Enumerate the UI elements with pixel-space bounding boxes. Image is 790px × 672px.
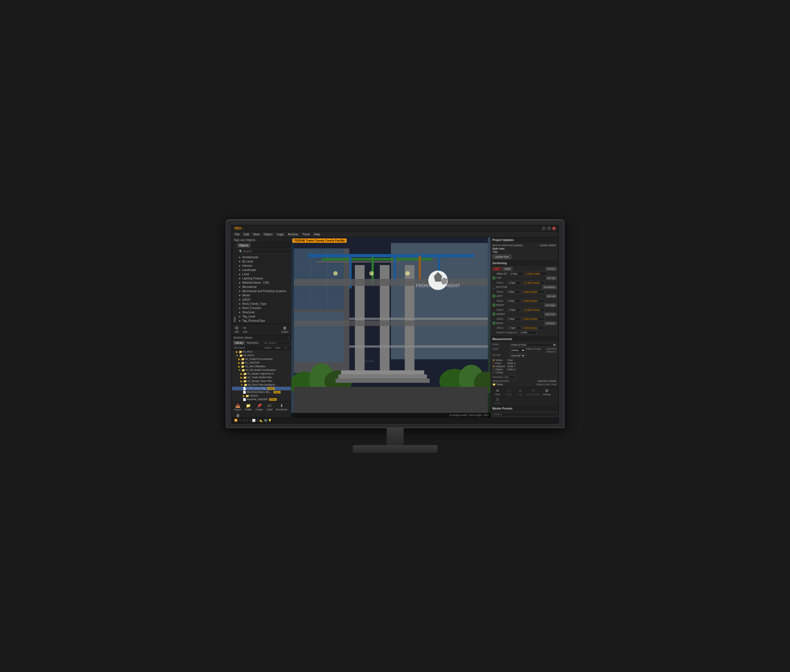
archive-tab-selection[interactable]: Selection [245,341,260,345]
update-status-button[interactable]: ↻Update Status [526,388,541,396]
close-button[interactable]: ✕ [552,226,556,230]
sect-back-checkbox[interactable]: ✓ [493,322,495,325]
units-select[interactable]: Inches [510,347,526,353]
left-offset-feet[interactable] [507,299,521,303]
front-offset-feet[interactable] [507,317,521,321]
tree-item-revit-function[interactable]: ▶Revit_Function [237,306,291,310]
menu-object[interactable]: Object [262,232,274,236]
file-row-archive-folder[interactable]: ▶ 📁 Archive [232,394,291,398]
lasso-icon[interactable]: ◎ [256,419,259,422]
tree-item-interiors[interactable]: ▶Interiors [237,264,291,268]
menu-file[interactable]: File [233,232,241,236]
viewport-3d[interactable]: FRONT RIGHT 4-structures [291,237,491,418]
tree-item-architectural[interactable]: ▶Architectural [237,255,291,259]
tab-objects[interactable]: Objects [237,243,251,248]
radio-object[interactable]: Object [493,368,505,371]
tree-item-revit-family[interactable]: ▶Revit_Family_Type [237,302,291,306]
file-row-vdcoxp[interactable]: ▶ 📁 01_VDCOxP [232,361,291,365]
menu-archive[interactable]: Archive [286,232,300,236]
select-box-icon[interactable]: ⬜ [252,419,256,422]
sect-right-checkbox[interactable]: ✓ [493,304,495,307]
download-button[interactable]: ⬇Download [275,403,288,411]
top-offset-feet[interactable] [507,281,521,285]
add-button[interactable]: ➕ Add [233,325,240,334]
sect-hide-button[interactable]: HIDE [503,267,513,271]
sect-top-checkbox[interactable]: ✓ [493,277,495,279]
tree-item-landscape[interactable]: ▶Landscape [237,268,291,272]
file-row-procurement[interactable]: ▶ 📁 00_Project Procurement [232,357,291,361]
presets-search-input[interactable] [494,413,555,416]
precision-input[interactable] [504,375,515,379]
tree-item-lighting[interactable]: ▶Lighting Fixtures [237,276,291,280]
import-button[interactable]: 📥Import [233,403,243,411]
filter-icon[interactable]: ⊿ [264,341,267,344]
group-button[interactable]: ⬡Group [504,388,514,396]
folder-button[interactable]: 📁Folder [243,403,253,411]
file-row-35vdco[interactable]: ▼ 📁 35 VDCO [232,354,291,357]
file-row-boom-blo[interactable]: 📄 09122019 Boom Blo... DWG [232,390,291,394]
tree-item-model[interactable]: ▶Model [237,293,291,298]
set-front-button[interactable]: Set Front [544,312,557,316]
tree-item-mech-plumbing[interactable]: ▶Mechanical and Plumbing Systems [237,289,291,293]
sect-bottom-checkbox[interactable] [493,286,495,288]
menu-view[interactable]: View [251,232,261,236]
set-box-button[interactable]: Set Box [545,267,556,270]
radio-vertex[interactable]: Vertex [493,359,505,362]
set-back-button[interactable]: Set Back [544,322,556,325]
settings-button[interactable]: ⚙Settings [542,388,552,396]
delete-button-meas[interactable]: 🗑Delete [493,397,503,405]
radio-face[interactable]: Face [493,362,505,365]
label-button[interactable]: 🏷Label [265,403,274,411]
menu-edit[interactable]: Edit [242,232,251,236]
archive-search-input[interactable] [269,341,288,344]
offset-all-feet-input[interactable] [510,272,524,276]
tree-item-qaqc[interactable]: ▶QAQC [237,298,291,302]
edit-button[interactable]: ✏ Edit [242,325,249,334]
rotate-icon[interactable]: ↻ [246,419,248,422]
clear-button[interactable]: ✕Clear [493,388,503,396]
menu-help[interactable]: Help [312,232,322,236]
set-right-button[interactable]: Set Right [544,303,557,307]
mode-select[interactable]: Point to Point [510,343,557,347]
back-offset-feet[interactable] [507,326,521,330]
rotation-input[interactable] [520,331,537,334]
file-row-master-align[interactable]: ▶ 📁 01_Master Alignment F... [232,372,291,376]
move-icon[interactable]: ✛ [243,419,245,422]
tab-tags[interactable]: Tags [232,243,237,323]
set-top-button[interactable]: Set Top [546,276,557,280]
assign-button[interactable]: 📌Assign [254,403,264,411]
camera-icon[interactable]: 📷 [264,419,267,422]
tree-item-material[interactable]: ▶Material Name - CAD [237,280,291,285]
menu-track[interactable]: Track [301,232,312,236]
file-row-3d-model[interactable]: ▼ 📁 03_3D Model Coordination [232,368,291,372]
minimize-button[interactable]: – [542,226,546,230]
copy-button[interactable]: ⧉Copy [515,388,525,396]
tree-item-bylevel[interactable]: ▶By Level [237,259,291,264]
format-select[interactable]: Decimal [510,354,526,358]
archive-tab-library[interactable]: Library [233,341,245,345]
set-bottom-button[interactable]: Set Bottom [542,285,557,289]
menu-logic[interactable]: Logic [275,232,286,236]
tree-item-level[interactable]: ▶Level [237,272,291,276]
scale-icon[interactable]: ⤡ [249,419,251,422]
radio-midpoint[interactable]: Midpoint [493,365,505,368]
tree-item-tag-level[interactable]: ▶Tag_Level [237,314,291,318]
sect-off-button[interactable]: OFF [493,267,502,271]
file-row-floor-plan[interactable]: ▼ 📁 04_Floor Plan Backgrou... [232,383,291,387]
file-row-design-team[interactable]: ▶ 📁 03_Design Team Files [232,379,291,383]
tree-item-mechanical[interactable]: ▶Mechanical [237,285,291,289]
file-row-03rcs[interactable]: ▶ 📁 03_RCS [232,350,291,354]
file-row-floor-file[interactable]: 📄 FloorFile_F00DER DWG [232,398,291,402]
radio-center[interactable]: Center [493,371,505,374]
delete-button-left[interactable]: 🗑 Delete [280,325,289,334]
bottom-offset-feet[interactable] [507,290,521,294]
file-row-trade-model[interactable]: ▶ 📁 02_Trade Model Files [232,376,291,379]
set-left-button[interactable]: Set Left [546,294,557,298]
delete-button-archive[interactable]: 🗑Delete [233,413,243,418]
maximize-button[interactable]: □ [547,226,551,230]
tree-item-tag-physical[interactable]: ▶Tag_PhysicalType [237,318,291,323]
right-offset-feet[interactable] [507,308,521,312]
sect-left-checkbox[interactable]: ✓ [493,294,495,298]
light-icon[interactable]: 💡 [268,419,272,422]
file-row-site-util[interactable]: ▶ 📁 02_Site Utilization [232,365,291,368]
